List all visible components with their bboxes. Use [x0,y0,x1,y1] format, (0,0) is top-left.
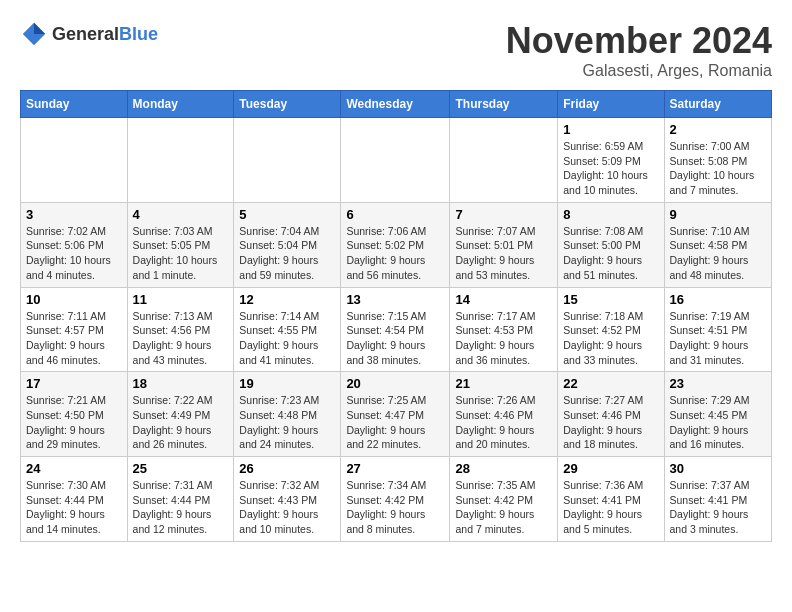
calendar-cell: 5Sunrise: 7:04 AM Sunset: 5:04 PM Daylig… [234,202,341,287]
week-row-1: 3Sunrise: 7:02 AM Sunset: 5:06 PM Daylig… [21,202,772,287]
day-detail: Sunrise: 6:59 AM Sunset: 5:09 PM Dayligh… [563,139,658,198]
day-detail: Sunrise: 7:07 AM Sunset: 5:01 PM Dayligh… [455,224,552,283]
calendar-cell: 12Sunrise: 7:14 AM Sunset: 4:55 PM Dayli… [234,287,341,372]
day-number: 1 [563,122,658,137]
header: GeneralBlue November 2024 Galasesti, Arg… [20,20,772,80]
day-detail: Sunrise: 7:11 AM Sunset: 4:57 PM Dayligh… [26,309,122,368]
calendar-cell: 10Sunrise: 7:11 AM Sunset: 4:57 PM Dayli… [21,287,128,372]
day-number: 24 [26,461,122,476]
calendar-cell [21,118,128,203]
day-number: 6 [346,207,444,222]
calendar-cell [127,118,234,203]
calendar-cell: 6Sunrise: 7:06 AM Sunset: 5:02 PM Daylig… [341,202,450,287]
calendar-cell: 22Sunrise: 7:27 AM Sunset: 4:46 PM Dayli… [558,372,664,457]
location-title: Galasesti, Arges, Romania [506,62,772,80]
day-detail: Sunrise: 7:27 AM Sunset: 4:46 PM Dayligh… [563,393,658,452]
day-number: 11 [133,292,229,307]
day-number: 18 [133,376,229,391]
calendar-cell: 17Sunrise: 7:21 AM Sunset: 4:50 PM Dayli… [21,372,128,457]
week-row-2: 10Sunrise: 7:11 AM Sunset: 4:57 PM Dayli… [21,287,772,372]
calendar-cell: 21Sunrise: 7:26 AM Sunset: 4:46 PM Dayli… [450,372,558,457]
weekday-header-thursday: Thursday [450,91,558,118]
svg-marker-1 [34,23,45,34]
weekday-header-tuesday: Tuesday [234,91,341,118]
day-number: 30 [670,461,767,476]
weekday-header-sunday: Sunday [21,91,128,118]
calendar-cell: 8Sunrise: 7:08 AM Sunset: 5:00 PM Daylig… [558,202,664,287]
day-detail: Sunrise: 7:21 AM Sunset: 4:50 PM Dayligh… [26,393,122,452]
day-detail: Sunrise: 7:31 AM Sunset: 4:44 PM Dayligh… [133,478,229,537]
week-row-0: 1Sunrise: 6:59 AM Sunset: 5:09 PM Daylig… [21,118,772,203]
day-number: 29 [563,461,658,476]
day-detail: Sunrise: 7:08 AM Sunset: 5:00 PM Dayligh… [563,224,658,283]
day-number: 25 [133,461,229,476]
calendar-cell: 23Sunrise: 7:29 AM Sunset: 4:45 PM Dayli… [664,372,772,457]
calendar-cell: 15Sunrise: 7:18 AM Sunset: 4:52 PM Dayli… [558,287,664,372]
calendar-cell [234,118,341,203]
day-number: 22 [563,376,658,391]
day-number: 4 [133,207,229,222]
day-number: 19 [239,376,335,391]
calendar-cell: 24Sunrise: 7:30 AM Sunset: 4:44 PM Dayli… [21,457,128,542]
day-detail: Sunrise: 7:29 AM Sunset: 4:45 PM Dayligh… [670,393,767,452]
day-number: 28 [455,461,552,476]
day-detail: Sunrise: 7:23 AM Sunset: 4:48 PM Dayligh… [239,393,335,452]
day-number: 5 [239,207,335,222]
calendar-cell: 30Sunrise: 7:37 AM Sunset: 4:41 PM Dayli… [664,457,772,542]
calendar-cell: 4Sunrise: 7:03 AM Sunset: 5:05 PM Daylig… [127,202,234,287]
day-number: 21 [455,376,552,391]
calendar-cell: 13Sunrise: 7:15 AM Sunset: 4:54 PM Dayli… [341,287,450,372]
day-detail: Sunrise: 7:02 AM Sunset: 5:06 PM Dayligh… [26,224,122,283]
day-number: 17 [26,376,122,391]
weekday-header-row: SundayMondayTuesdayWednesdayThursdayFrid… [21,91,772,118]
week-row-4: 24Sunrise: 7:30 AM Sunset: 4:44 PM Dayli… [21,457,772,542]
day-detail: Sunrise: 7:18 AM Sunset: 4:52 PM Dayligh… [563,309,658,368]
day-detail: Sunrise: 7:00 AM Sunset: 5:08 PM Dayligh… [670,139,767,198]
day-detail: Sunrise: 7:37 AM Sunset: 4:41 PM Dayligh… [670,478,767,537]
calendar-cell: 18Sunrise: 7:22 AM Sunset: 4:49 PM Dayli… [127,372,234,457]
calendar-cell: 16Sunrise: 7:19 AM Sunset: 4:51 PM Dayli… [664,287,772,372]
calendar-cell: 11Sunrise: 7:13 AM Sunset: 4:56 PM Dayli… [127,287,234,372]
day-detail: Sunrise: 7:32 AM Sunset: 4:43 PM Dayligh… [239,478,335,537]
day-detail: Sunrise: 7:13 AM Sunset: 4:56 PM Dayligh… [133,309,229,368]
calendar-cell: 20Sunrise: 7:25 AM Sunset: 4:47 PM Dayli… [341,372,450,457]
day-number: 3 [26,207,122,222]
day-number: 12 [239,292,335,307]
calendar-cell: 7Sunrise: 7:07 AM Sunset: 5:01 PM Daylig… [450,202,558,287]
week-row-3: 17Sunrise: 7:21 AM Sunset: 4:50 PM Dayli… [21,372,772,457]
day-number: 8 [563,207,658,222]
logo-text-general: General [52,24,119,44]
day-detail: Sunrise: 7:34 AM Sunset: 4:42 PM Dayligh… [346,478,444,537]
weekday-header-monday: Monday [127,91,234,118]
day-number: 20 [346,376,444,391]
day-detail: Sunrise: 7:36 AM Sunset: 4:41 PM Dayligh… [563,478,658,537]
day-detail: Sunrise: 7:26 AM Sunset: 4:46 PM Dayligh… [455,393,552,452]
day-detail: Sunrise: 7:03 AM Sunset: 5:05 PM Dayligh… [133,224,229,283]
day-number: 14 [455,292,552,307]
weekday-header-wednesday: Wednesday [341,91,450,118]
day-detail: Sunrise: 7:30 AM Sunset: 4:44 PM Dayligh… [26,478,122,537]
day-number: 27 [346,461,444,476]
day-number: 10 [26,292,122,307]
day-detail: Sunrise: 7:15 AM Sunset: 4:54 PM Dayligh… [346,309,444,368]
logo-text-blue: Blue [119,24,158,44]
day-number: 9 [670,207,767,222]
day-detail: Sunrise: 7:35 AM Sunset: 4:42 PM Dayligh… [455,478,552,537]
calendar-cell: 28Sunrise: 7:35 AM Sunset: 4:42 PM Dayli… [450,457,558,542]
day-detail: Sunrise: 7:04 AM Sunset: 5:04 PM Dayligh… [239,224,335,283]
calendar-cell: 2Sunrise: 7:00 AM Sunset: 5:08 PM Daylig… [664,118,772,203]
day-detail: Sunrise: 7:25 AM Sunset: 4:47 PM Dayligh… [346,393,444,452]
weekday-header-friday: Friday [558,91,664,118]
calendar-table: SundayMondayTuesdayWednesdayThursdayFrid… [20,90,772,542]
weekday-header-saturday: Saturday [664,91,772,118]
day-number: 2 [670,122,767,137]
day-detail: Sunrise: 7:06 AM Sunset: 5:02 PM Dayligh… [346,224,444,283]
calendar-cell: 29Sunrise: 7:36 AM Sunset: 4:41 PM Dayli… [558,457,664,542]
month-title: November 2024 [506,20,772,62]
day-detail: Sunrise: 7:10 AM Sunset: 4:58 PM Dayligh… [670,224,767,283]
calendar-cell: 26Sunrise: 7:32 AM Sunset: 4:43 PM Dayli… [234,457,341,542]
calendar-cell [450,118,558,203]
day-number: 15 [563,292,658,307]
calendar-cell: 3Sunrise: 7:02 AM Sunset: 5:06 PM Daylig… [21,202,128,287]
day-detail: Sunrise: 7:22 AM Sunset: 4:49 PM Dayligh… [133,393,229,452]
